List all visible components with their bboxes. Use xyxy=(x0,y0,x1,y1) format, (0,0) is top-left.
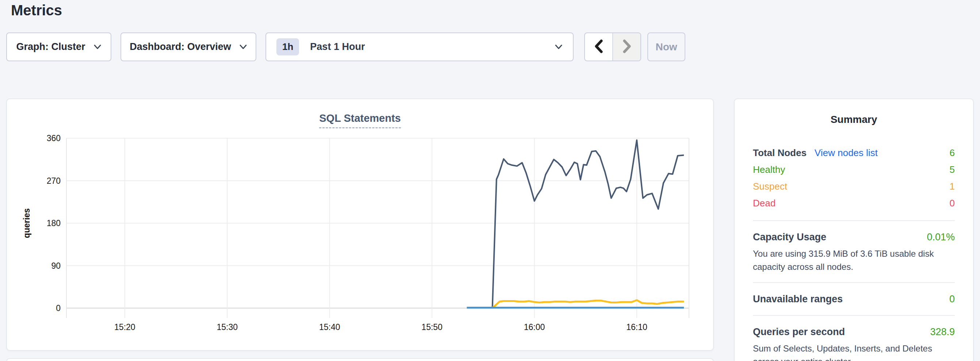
unavailable-ranges-row: Unavailable ranges 0 xyxy=(753,292,955,306)
dashboard-dropdown[interactable]: Dashboard: Overview xyxy=(121,32,256,61)
sql-statements-chart-card: SQL Statements 09018027036015:2015:3015:… xyxy=(6,98,714,351)
time-range-badge: 1h xyxy=(277,38,299,55)
total-nodes-row: Total Nodes View nodes list 6 xyxy=(753,144,955,161)
total-nodes-label: Total Nodes xyxy=(753,144,807,161)
healthy-nodes-row: Healthy 5 xyxy=(753,161,955,178)
summary-panel: Summary Total Nodes View nodes list 6 He… xyxy=(734,98,974,361)
healthy-value: 5 xyxy=(950,161,955,178)
x-tick-label-15:40: 15:40 xyxy=(319,322,340,332)
metrics-controls: Graph: Cluster Dashboard: Overview 1h Pa… xyxy=(6,32,685,61)
healthy-label: Healthy xyxy=(753,161,785,178)
y-tick-label-360: 360 xyxy=(47,133,60,143)
unavailable-ranges-label: Unavailable ranges xyxy=(753,292,843,306)
dashboard-label: Dashboard: Overview xyxy=(130,41,231,52)
sql-statements-chart[interactable]: 09018027036015:2015:3015:4015:5016:0016:… xyxy=(7,99,714,352)
x-tick-label-16:00: 16:00 xyxy=(524,322,545,332)
divider xyxy=(753,315,955,316)
series-yellow xyxy=(493,300,684,308)
graph-scope-dropdown[interactable]: Graph: Cluster xyxy=(6,32,111,61)
series-navy xyxy=(493,140,684,307)
previous-time-button[interactable] xyxy=(585,33,612,60)
chevron-right-icon xyxy=(621,38,633,56)
capacity-usage-description: You are using 315.9 MiB of 3.6 TiB usabl… xyxy=(753,247,955,274)
time-step-buttons xyxy=(584,32,641,61)
queries-per-second-label: Queries per second xyxy=(753,325,845,339)
chevron-down-icon xyxy=(239,44,247,50)
time-range-dropdown[interactable]: 1h Past 1 Hour xyxy=(266,32,574,61)
divider xyxy=(753,282,955,283)
y-tick-label-90: 90 xyxy=(51,261,60,271)
capacity-usage-row: Capacity Usage 0.01% xyxy=(753,230,955,244)
time-range-label: Past 1 Hour xyxy=(310,41,555,52)
queries-per-second-description: Sum of Selects, Updates, Inserts, and De… xyxy=(753,342,955,361)
chevron-down-icon xyxy=(94,44,102,50)
x-tick-label-16:10: 16:10 xyxy=(626,322,648,332)
queries-per-second-row: Queries per second 328.9 xyxy=(753,325,955,339)
x-tick-label-15:50: 15:50 xyxy=(422,322,442,332)
suspect-nodes-row: Suspect 1 xyxy=(753,178,955,195)
chevron-down-icon xyxy=(555,44,563,50)
now-button-label: Now xyxy=(655,41,677,53)
graph-scope-label: Graph: Cluster xyxy=(16,41,85,52)
suspect-value: 1 xyxy=(950,178,955,195)
chevron-left-icon xyxy=(593,38,605,56)
dead-label: Dead xyxy=(753,195,776,212)
y-tick-label-270: 270 xyxy=(47,176,60,185)
dead-nodes-row: Dead 0 xyxy=(753,195,955,212)
unavailable-ranges-value: 0 xyxy=(949,292,955,306)
x-tick-label-15:20: 15:20 xyxy=(114,322,135,332)
total-nodes-value: 6 xyxy=(950,144,955,161)
x-tick-label-15:30: 15:30 xyxy=(216,322,238,332)
next-time-button[interactable] xyxy=(612,33,640,60)
now-button[interactable]: Now xyxy=(648,32,685,61)
y-tick-label-0: 0 xyxy=(56,303,60,313)
metrics-page: { "page": { "title": "Metrics" }, "contr… xyxy=(0,0,980,361)
summary-title: Summary xyxy=(753,114,955,125)
y-axis-label: queries xyxy=(22,208,32,238)
page-title: Metrics xyxy=(11,2,62,19)
next-chart-card-partial xyxy=(6,358,714,361)
suspect-label: Suspect xyxy=(753,178,787,195)
queries-per-second-value: 328.9 xyxy=(930,325,955,339)
capacity-usage-value: 0.01% xyxy=(927,230,955,244)
dead-value: 0 xyxy=(950,195,955,212)
y-tick-label-180: 180 xyxy=(47,218,60,228)
capacity-usage-label: Capacity Usage xyxy=(753,230,826,244)
view-nodes-list-link[interactable]: View nodes list xyxy=(815,144,878,161)
divider xyxy=(753,220,955,221)
